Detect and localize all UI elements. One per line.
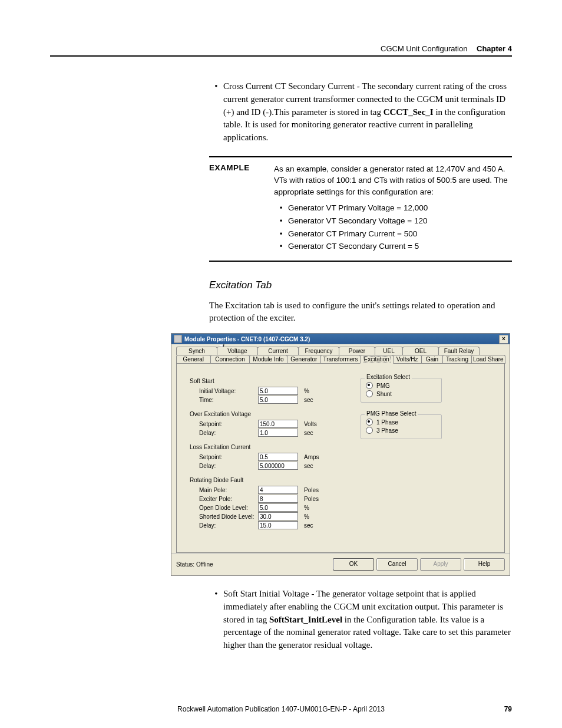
close-icon[interactable]: × xyxy=(499,335,508,344)
field-open-diode: Open Diode Level: % xyxy=(190,503,361,512)
intro-bullet: • Cross Current CT Secondary Current - T… xyxy=(209,80,512,144)
tab-fault-relay[interactable]: Fault Relay xyxy=(438,347,480,355)
radio-pmg[interactable]: PMG xyxy=(366,382,437,389)
field-le-setpoint: Setpoint: Amps xyxy=(190,453,361,461)
help-button[interactable]: Help xyxy=(464,558,505,571)
intro-bullet-text: Cross Current CT Secondary Current - The… xyxy=(223,80,512,144)
radio-icon xyxy=(366,427,373,434)
tab-voltage[interactable]: Voltage xyxy=(217,347,258,355)
apply-button[interactable]: Apply xyxy=(420,558,461,571)
tabs-row-1: Synch Voltage Current Frequency Power UE… xyxy=(176,347,505,355)
exciter-pole-input[interactable] xyxy=(258,495,298,503)
field-oe-delay: Delay: sec xyxy=(190,429,361,437)
pmg-phase-select-group: PMG Phase Select 1 Phase 3 Phase xyxy=(361,414,442,439)
post-bullet: • Soft Start Initial Voltage - The gener… xyxy=(209,588,512,652)
shorted-diode-input[interactable] xyxy=(258,512,298,521)
tab-connection[interactable]: Connection xyxy=(210,355,250,364)
example-text: As an example, consider a generator rate… xyxy=(274,163,512,198)
module-properties-dialog: Module Properties - CNET:0 (1407-CGCM 3.… xyxy=(171,333,510,576)
status-label: Status: Offline xyxy=(176,561,213,568)
tab-load-share[interactable]: Load Share xyxy=(471,355,506,364)
example-box: EXAMPLE As an example, consider a genera… xyxy=(209,156,512,262)
field-rd-delay: Delay: sec xyxy=(190,521,361,529)
example-bullet: •Generator VT Secondary Voltage = 120 xyxy=(274,215,512,227)
subheading-para: The Excitation tab is used to configure … xyxy=(209,299,512,325)
rd-delay-input[interactable] xyxy=(258,521,298,529)
header-chapter: Chapter 4 xyxy=(477,44,512,53)
group-loss-excitation: Loss Excitation Current xyxy=(190,444,361,450)
tab-synch[interactable]: Synch xyxy=(176,347,217,355)
field-shorted-diode: Shorted Diode Level: % xyxy=(190,512,361,521)
tab-frequency[interactable]: Frequency xyxy=(298,347,339,355)
bullet-dot: • xyxy=(209,588,223,652)
dialog-title-text: Module Properties - CNET:0 (1407-CGCM 3.… xyxy=(184,336,499,342)
cancel-button[interactable]: Cancel xyxy=(376,558,418,571)
field-le-delay: Delay: sec xyxy=(190,462,361,470)
oe-delay-input[interactable] xyxy=(258,429,298,437)
tab-tracking[interactable]: Tracking xyxy=(442,355,471,364)
example-label: EXAMPLE xyxy=(209,163,274,198)
tabs-row-2: General Connection Module Info Generator… xyxy=(176,355,505,364)
tab-module-info[interactable]: Module Info xyxy=(249,355,287,364)
tab-transformers[interactable]: Transformers xyxy=(320,355,361,364)
radio-icon xyxy=(366,390,373,397)
page-footer: Rockwell Automation Publication 1407-UM0… xyxy=(50,705,512,713)
radio-shunt[interactable]: Shunt xyxy=(366,390,437,397)
field-initial-voltage: Initial Voltage: % xyxy=(190,387,361,395)
header-section: CGCM Unit Configuration xyxy=(381,44,467,53)
publication-text: Rockwell Automation Publication 1407-UM0… xyxy=(177,705,385,713)
page-number: 79 xyxy=(504,705,512,713)
dialog-bottom-bar: Status: Offline OK Cancel Apply Help xyxy=(171,553,510,575)
window-icon xyxy=(174,335,182,343)
tab-power[interactable]: Power xyxy=(339,347,375,355)
tab-current[interactable]: Current xyxy=(257,347,299,355)
tab-generator[interactable]: Generator xyxy=(287,355,322,364)
example-bullet: •Generator VT Primary Voltage = 12,000 xyxy=(274,202,512,214)
radio-icon xyxy=(366,382,373,389)
page-header: CGCM Unit Configuration Chapter 4 xyxy=(50,44,512,57)
bullet-dot: • xyxy=(209,80,223,144)
example-bullet: •Generator CT Primary Current = 500 xyxy=(274,228,512,240)
tab-volts-hz[interactable]: Volts/Hz xyxy=(393,355,422,364)
le-delay-input[interactable] xyxy=(258,462,298,470)
field-time: Time: sec xyxy=(190,396,361,404)
group-over-excitation: Over Excitation Voltage xyxy=(190,411,361,417)
excitation-select-group: Excitation Select PMG Shunt xyxy=(361,378,442,403)
group-soft-start: Soft Start xyxy=(190,378,361,384)
radio-3phase[interactable]: 3 Phase xyxy=(366,427,437,434)
radio-icon xyxy=(366,419,373,426)
open-diode-input[interactable] xyxy=(258,503,298,512)
group-rotating-diode: Rotating Diode Fault xyxy=(190,477,361,483)
tab-gain[interactable]: Gain xyxy=(421,355,444,364)
field-oe-setpoint: Setpoint: Volts xyxy=(190,420,361,428)
example-bullet: •Generator CT Secondary Current = 5 xyxy=(274,241,512,252)
field-exciter-pole: Exciter Pole: Poles xyxy=(190,495,361,503)
post-bullet-text: Soft Start Initial Voltage - The generat… xyxy=(223,588,512,652)
le-setpoint-input[interactable] xyxy=(258,453,298,461)
radio-1phase[interactable]: 1 Phase xyxy=(366,419,437,426)
oe-setpoint-input[interactable] xyxy=(258,420,298,428)
tab-general[interactable]: General xyxy=(176,355,211,364)
subheading-excitation-tab: Excitation Tab xyxy=(209,279,512,291)
ok-button[interactable]: OK xyxy=(333,558,374,571)
field-main-pole: Main Pole: Poles xyxy=(190,486,361,494)
main-pole-input[interactable] xyxy=(258,486,298,494)
dialog-titlebar[interactable]: Module Properties - CNET:0 (1407-CGCM 3.… xyxy=(171,334,510,344)
tab-excitation[interactable]: Excitation xyxy=(360,355,394,364)
tab-oel[interactable]: OEL xyxy=(402,347,439,355)
tab-uel[interactable]: UEL xyxy=(375,347,403,355)
initial-voltage-input[interactable] xyxy=(258,387,298,395)
time-input[interactable] xyxy=(258,396,298,404)
